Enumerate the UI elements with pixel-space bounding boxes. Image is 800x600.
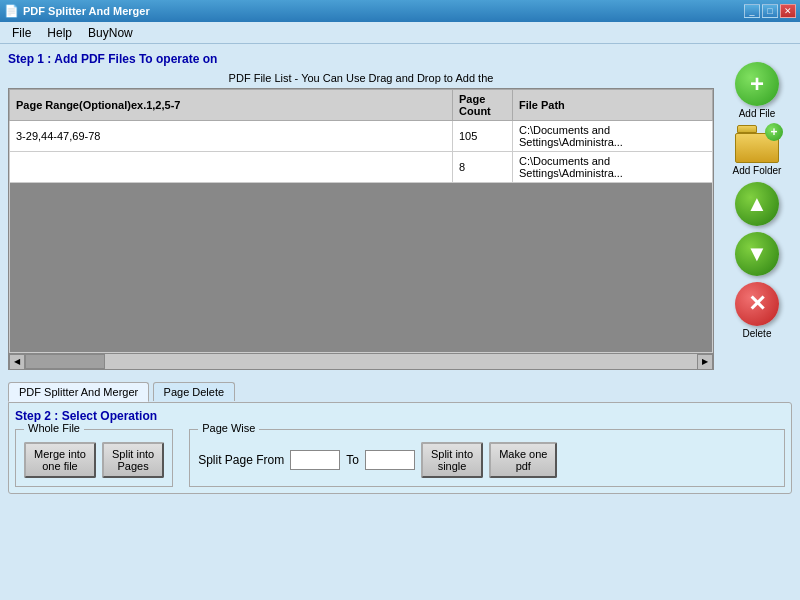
menu-help[interactable]: Help [39,24,80,42]
table-row[interactable]: 8 C:\Documents and Settings\Administra..… [10,152,713,183]
split-page-from-label: Split Page From [198,453,284,467]
close-button[interactable]: ✕ [780,4,796,18]
empty-row [10,183,713,353]
row2-range [10,152,453,183]
col-header-range: Page Range(Optional)ex.1,2,5-7 [10,90,453,121]
scroll-left-button[interactable]: ◀ [9,354,25,370]
scroll-thumb[interactable] [25,354,105,369]
table-row[interactable]: 3-29,44-47,69-78 105 C:\Documents and Se… [10,121,713,152]
step1-label: Step 1 : Add PDF Files To operate on [8,52,714,66]
horizontal-scrollbar[interactable]: ◀ ▶ [8,354,714,370]
file-table-container: Page Range(Optional)ex.1,2,5-7 Page Coun… [8,88,714,354]
menu-buynow[interactable]: BuyNow [80,24,141,42]
row2-count: 8 [453,152,513,183]
split-pages-button[interactable]: Split intoPages [102,442,164,478]
row1-range: 3-29,44-47,69-78 [10,121,453,152]
add-folder-button[interactable]: + Add Folder [733,125,782,176]
add-file-button[interactable]: + Add File [735,62,779,119]
delete-icon: ✕ [735,282,779,326]
maximize-button[interactable]: □ [762,4,778,18]
whole-file-group: Whole File Merge intoone file Split into… [15,429,173,487]
operations-row: Whole File Merge intoone file Split into… [15,429,785,487]
delete-button[interactable]: ✕ Delete [735,282,779,339]
minimize-button[interactable]: _ [744,4,760,18]
whole-file-buttons: Merge intoone file Split intoPages [24,442,164,478]
app-title: PDF Splitter And Merger [23,5,150,17]
down-arrow-icon: ▼ [735,232,779,276]
step2-panel: Step 2 : Select Operation Whole File Mer… [8,402,792,494]
add-file-icon: + [735,62,779,106]
left-panel: Step 1 : Add PDF Files To operate on PDF… [8,52,714,370]
to-input[interactable] [365,450,415,470]
right-panel: + Add File + Add Folder ▲ ▼ ✕ Delete [722,52,792,370]
menu-bar: File Help BuyNow [0,22,800,44]
row2-path: C:\Documents and Settings\Administra... [513,152,713,183]
whole-file-legend: Whole File [24,422,84,434]
step2-label: Step 2 : Select Operation [15,409,785,423]
col-header-count: Page Count [453,90,513,121]
from-input[interactable] [290,450,340,470]
make-one-pdf-button[interactable]: Make onepdf [489,442,557,478]
file-list-label: PDF File List - You Can Use Drag and Dro… [8,72,714,84]
main-content: Step 1 : Add PDF Files To operate on PDF… [0,44,800,378]
scroll-right-button[interactable]: ▶ [697,354,713,370]
add-folder-icon: + [735,125,779,163]
up-arrow-icon: ▲ [735,182,779,226]
delete-label: Delete [743,328,772,339]
file-table: Page Range(Optional)ex.1,2,5-7 Page Coun… [9,89,713,353]
app-icon: 📄 [4,4,19,18]
scroll-track[interactable] [25,354,697,369]
col-header-path: File Path [513,90,713,121]
row1-path: C:\Documents and Settings\Administra... [513,121,713,152]
add-file-label: Add File [739,108,776,119]
move-up-button[interactable]: ▲ [735,182,779,226]
to-label: To [346,453,359,467]
page-wise-controls: Split Page From To Split intosingle Make… [198,442,776,478]
page-wise-group: Page Wise Split Page From To Split intos… [189,429,785,487]
page-wise-legend: Page Wise [198,422,259,434]
title-buttons: _ □ ✕ [744,4,796,18]
merge-button[interactable]: Merge intoone file [24,442,96,478]
tab-splitter-merger[interactable]: PDF Splitter And Merger [8,382,149,402]
tab-page-delete[interactable]: Page Delete [153,382,236,401]
add-folder-label: Add Folder [733,165,782,176]
tabs-area: PDF Splitter And Merger Page Delete [0,378,800,402]
title-bar: 📄 PDF Splitter And Merger _ □ ✕ [0,0,800,22]
menu-file[interactable]: File [4,24,39,42]
move-down-button[interactable]: ▼ [735,232,779,276]
row1-count: 105 [453,121,513,152]
split-single-button[interactable]: Split intosingle [421,442,483,478]
